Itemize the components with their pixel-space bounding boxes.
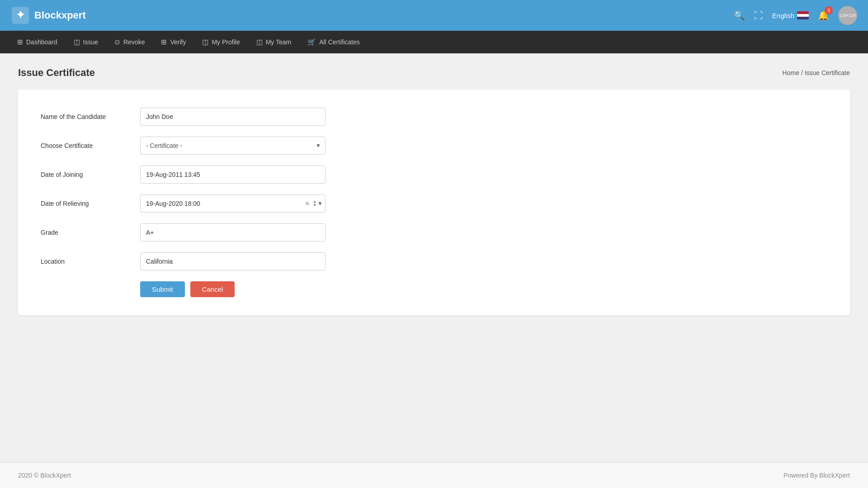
breadcrumb-current: Issue Certificate [805,69,850,76]
revoke-icon: ⊙ [114,38,120,46]
grade-label: Grade [41,229,140,236]
certificate-select[interactable]: - Certificate - Certificate A Certificat… [140,137,326,155]
logo-area: ✦ Blockxpert [11,6,86,25]
language-selector[interactable]: English [772,11,809,19]
footer: 2020 © BlockXpert Powered By BlockXpert [0,462,868,488]
candidate-label: Name of the Candidate [41,113,140,120]
date-joining-input[interactable] [140,166,326,184]
nav-item-myteam[interactable]: ◫ My Team [248,31,300,53]
nav-label-allcertificates: All Certificates [319,38,359,46]
date-controls: ✕ ▲▼ ▼ [303,194,326,213]
date-relieving-label: Date of Relieving [41,200,140,207]
nav-label-dashboard: Dashboard [26,38,57,46]
form-buttons: Submit Cancel [41,281,827,297]
header-right: 🔍 ⛶ English 🔔 3 128×128 [734,6,857,25]
breadcrumb-separator: / [801,69,803,76]
nav-item-allcertificates[interactable]: 🛒 All Certificates [299,31,368,53]
nav-label-myteam: My Team [266,38,292,46]
form-row-joining: Date of Joining [41,166,827,184]
nav-item-revoke[interactable]: ⊙ Revoke [106,31,153,53]
breadcrumb: Home / Issue Certificate [783,69,850,76]
form-row-relieving: Date of Relieving ✕ ▲▼ ▼ [41,194,827,213]
top-header: ✦ Blockxpert 🔍 ⛶ English 🔔 3 128×128 [0,0,868,31]
nav-item-verify[interactable]: ⊞ Verify [153,31,194,53]
location-label: Location [41,258,140,265]
certificate-select-wrap: - Certificate - Certificate A Certificat… [140,137,326,155]
certificate-label: Choose Certificate [41,142,140,149]
date-spinner[interactable]: ▲▼ [313,200,316,207]
candidate-input[interactable] [140,108,326,126]
svg-text:✦: ✦ [16,9,25,21]
flag-icon [797,11,809,19]
form-row-grade: Grade [41,223,827,242]
nav-item-dashboard[interactable]: ⊞ Dashboard [9,31,66,53]
logo-text: Blockxpert [34,9,86,21]
date-clear-icon[interactable]: ✕ [303,199,312,208]
page-title: Issue Certificate [18,67,95,79]
date-relieving-input[interactable] [140,194,326,213]
breadcrumb-home[interactable]: Home [783,69,799,76]
dashboard-icon: ⊞ [17,38,23,46]
form-row-candidate: Name of the Candidate [41,108,827,126]
nav-label-revoke: Revoke [123,38,145,46]
date-relieving-wrap: ✕ ▲▼ ▼ [140,194,326,213]
notification-badge: 3 [825,6,833,14]
footer-powered-by: Powered By BlockXpert [783,472,850,479]
nav-label-issue: Issue [83,38,98,46]
grade-input[interactable] [140,223,326,242]
avatar-text: 128×128 [840,13,855,18]
logo-icon: ✦ [11,6,30,25]
cancel-button[interactable]: Cancel [190,281,235,297]
notification-bell[interactable]: 🔔 3 [818,10,829,21]
nav-label-myprofile: My Profile [212,38,240,46]
submit-button[interactable]: Submit [140,281,185,297]
form-row-certificate: Choose Certificate - Certificate - Certi… [41,137,827,155]
date-joining-label: Date of Joining [41,171,140,178]
form-card: Name of the Candidate Choose Certificate… [18,90,850,315]
search-icon[interactable]: 🔍 [734,10,745,21]
form-row-location: Location [41,252,827,270]
footer-copyright: 2020 © BlockXpert [18,472,71,479]
fullscreen-icon[interactable]: ⛶ [754,10,763,21]
verify-icon: ⊞ [161,38,167,46]
nav-bar: ⊞ Dashboard ◫ Issue ⊙ Revoke ⊞ Verify ◫ … [0,31,868,53]
myprofile-icon: ◫ [202,38,208,46]
location-input[interactable] [140,252,326,270]
nav-label-verify: Verify [170,38,186,46]
language-label: English [772,12,794,19]
nav-item-myprofile[interactable]: ◫ My Profile [194,31,248,53]
allcerts-icon: 🛒 [307,38,316,46]
main-content: Issue Certificate Home / Issue Certifica… [0,53,868,462]
myteam-icon: ◫ [256,38,263,46]
issue-icon: ◫ [74,38,80,46]
avatar[interactable]: 128×128 [838,6,857,25]
page-header: Issue Certificate Home / Issue Certifica… [18,67,850,79]
date-dropdown-icon[interactable]: ▼ [317,200,323,207]
nav-item-issue[interactable]: ◫ Issue [66,31,106,53]
